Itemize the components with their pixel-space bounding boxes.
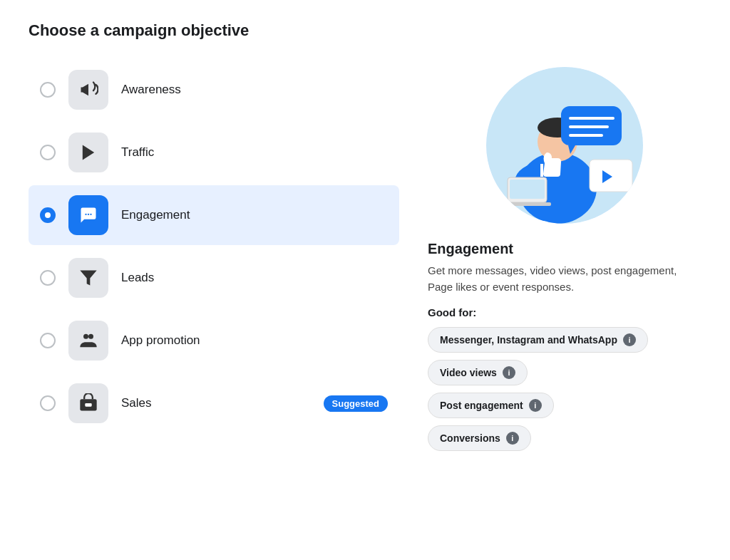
- tag-conversions-label: Conversions: [440, 432, 500, 444]
- detail-title: Engagement: [428, 241, 701, 257]
- radio-app-promotion[interactable]: [40, 333, 56, 348]
- objective-app-promotion[interactable]: App promotion: [29, 311, 399, 370]
- radio-traffic[interactable]: [40, 145, 56, 160]
- tag-video-views: Video views i: [428, 360, 528, 385]
- radio-sales[interactable]: [40, 395, 56, 411]
- tag-post-engagement-info-icon[interactable]: i: [529, 399, 542, 412]
- app-promotion-icon-box: [68, 321, 108, 361]
- tag-messenger: Messenger, Instagram and WhatsApp i: [428, 327, 648, 353]
- objective-engagement[interactable]: Engagement: [29, 185, 399, 245]
- app-promotion-label: App promotion: [121, 333, 200, 348]
- tag-post-engagement: Post engagement i: [428, 393, 554, 418]
- svg-rect-14: [503, 202, 551, 206]
- page-title: Choose a campaign objective: [29, 21, 701, 40]
- sales-icon-box: [68, 383, 108, 423]
- objective-sales[interactable]: Sales Suggested: [29, 373, 399, 433]
- tag-list: Messenger, Instagram and WhatsApp i Vide…: [428, 327, 701, 451]
- engagement-label: Engagement: [121, 208, 190, 222]
- main-layout: Awareness Traffic Engag: [29, 60, 701, 451]
- tag-messenger-label: Messenger, Instagram and WhatsApp: [440, 334, 617, 346]
- traffic-label: Traffic: [121, 145, 154, 160]
- objectives-list: Awareness Traffic Engag: [29, 60, 399, 436]
- tag-video-views-info-icon[interactable]: i: [503, 366, 515, 379]
- detail-description: Get more messages, video views, post eng…: [428, 263, 701, 295]
- suggested-badge: Suggested: [324, 395, 388, 412]
- objective-leads[interactable]: Leads: [29, 248, 399, 308]
- radio-awareness[interactable]: [40, 82, 56, 98]
- svg-rect-20: [590, 160, 632, 192]
- radio-leads[interactable]: [40, 270, 56, 286]
- svg-rect-13: [510, 180, 545, 199]
- svg-rect-6: [85, 403, 91, 407]
- leads-icon-box: [68, 258, 108, 298]
- awareness-label: Awareness: [121, 83, 181, 97]
- sales-label: Sales: [121, 396, 152, 410]
- tag-post-engagement-label: Post engagement: [440, 400, 523, 411]
- objective-traffic[interactable]: Traffic: [29, 123, 399, 182]
- tag-conversions: Conversions i: [428, 425, 531, 451]
- svg-point-2: [90, 214, 91, 215]
- svg-point-3: [83, 334, 88, 339]
- objective-awareness[interactable]: Awareness: [29, 60, 399, 120]
- svg-point-4: [88, 334, 93, 339]
- good-for-label: Good for:: [428, 306, 701, 318]
- tag-messenger-info-icon[interactable]: i: [623, 333, 636, 346]
- svg-point-0: [85, 214, 86, 215]
- leads-label: Leads: [121, 271, 154, 285]
- traffic-icon-box: [68, 133, 108, 172]
- svg-point-1: [88, 214, 89, 215]
- awareness-icon-box: [68, 70, 108, 110]
- detail-panel: Engagement Get more messages, video view…: [428, 60, 701, 451]
- engagement-illustration: [486, 67, 643, 224]
- radio-engagement[interactable]: [40, 207, 56, 223]
- tag-video-views-label: Video views: [440, 367, 497, 378]
- tag-conversions-info-icon[interactable]: i: [506, 432, 519, 445]
- engagement-icon-box: [68, 195, 108, 235]
